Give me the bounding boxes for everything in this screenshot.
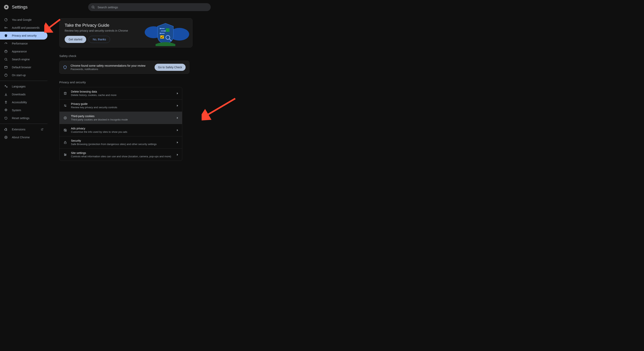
svg-point-10	[6, 51, 6, 51]
chrome-logo-icon	[4, 5, 9, 10]
extension-icon	[4, 127, 8, 131]
shield-icon	[63, 65, 67, 69]
row-subtitle: Controls what information sites can use …	[71, 155, 173, 158]
chevron-right-icon	[177, 92, 178, 94]
sidebar-item-default-browser[interactable]: Default browser	[0, 63, 48, 71]
row-title: Delete browsing data	[71, 90, 173, 93]
sidebar-item-label: Appearance	[12, 50, 27, 53]
sidebar-item-label: Extensions	[12, 128, 25, 131]
svg-point-66	[65, 155, 65, 156]
ads-icon	[63, 128, 68, 132]
search-icon	[4, 57, 8, 61]
row-subtitle: Third-party cookies are blocked in Incog…	[71, 118, 173, 121]
no-thanks-button[interactable]: No, thanks	[88, 36, 110, 43]
translate-icon	[4, 85, 8, 89]
trash-icon	[63, 91, 68, 96]
palette-icon	[4, 50, 8, 54]
sidebar-item-about-chrome[interactable]: About Chrome	[0, 133, 48, 141]
svg-line-26	[42, 128, 43, 129]
sidebar-item-label: Search engine	[12, 58, 30, 61]
sidebar-item-system[interactable]: System	[0, 106, 48, 114]
svg-line-13	[6, 60, 7, 61]
svg-line-1	[94, 8, 94, 8]
privacy-row-ads-privacy[interactable]: Ads privacyCustomise the info used by si…	[60, 124, 182, 136]
google-icon	[4, 18, 8, 22]
privacy-guide-illustration-icon	[142, 20, 189, 46]
chevron-right-icon	[177, 129, 178, 131]
svg-point-37	[160, 33, 161, 34]
svg-point-45	[64, 105, 65, 105]
svg-marker-43	[177, 92, 178, 94]
go-to-safety-check-button[interactable]: Go to Safety Check	[154, 64, 186, 71]
svg-point-9	[5, 51, 6, 52]
sidebar-item-privacy-and-security[interactable]: Privacy and security	[0, 32, 48, 40]
privacy-row-third-party-cookies[interactable]: Third-party cookiesThird-party cookies a…	[60, 112, 182, 124]
chevron-right-icon	[177, 154, 178, 156]
sidebar-item-languages[interactable]: Languages	[0, 83, 48, 90]
sidebar-item-you-and-google[interactable]: You and Google	[0, 16, 48, 24]
search-settings[interactable]	[88, 3, 211, 11]
key-icon	[4, 26, 8, 30]
sidebar-item-on-start-up[interactable]: On start-up	[0, 71, 48, 79]
row-subtitle: Review key privacy and security controls	[71, 106, 173, 109]
row-text: Privacy guideReview key privacy and secu…	[71, 102, 173, 109]
search-input[interactable]	[97, 5, 208, 9]
browser-icon	[4, 65, 8, 69]
sidebar-item-autofill-and-passwords[interactable]: Autofill and passwords	[0, 24, 48, 32]
svg-point-11	[6, 51, 7, 52]
row-text: Ads privacyCustomise the info used by si…	[71, 127, 173, 133]
svg-marker-58	[177, 129, 178, 131]
row-subtitle: Delete history, cookies, cache and more	[71, 94, 173, 97]
safety-line2: Passwords, notifications	[70, 68, 151, 71]
svg-rect-14	[4, 66, 7, 69]
privacy-row-site-settings[interactable]: Site settingsControls what information s…	[60, 149, 182, 161]
sidebar-item-search-engine[interactable]: Search engine	[0, 55, 48, 63]
row-text: Third-party cookiesThird-party cookies a…	[71, 115, 173, 121]
accessibility-icon	[4, 100, 8, 104]
sidebar-item-extensions[interactable]: Extensions	[0, 125, 48, 133]
sidebar-divider	[0, 124, 48, 124]
svg-point-53	[66, 118, 66, 118]
svg-marker-60	[177, 141, 178, 143]
sidebar-item-downloads[interactable]: Downloads	[0, 90, 48, 98]
svg-rect-36	[161, 33, 165, 34]
svg-point-33	[160, 28, 161, 29]
svg-point-47	[66, 106, 66, 106]
sidebar-item-label: Downloads	[12, 93, 26, 96]
privacy-row-security[interactable]: SecuritySafe Browsing (protection from d…	[60, 136, 182, 149]
privacy-row-privacy-guide[interactable]: Privacy guideReview key privacy and secu…	[60, 100, 182, 112]
sliders-icon	[63, 104, 68, 108]
row-text: Delete browsing dataDelete history, cook…	[71, 90, 173, 97]
svg-point-52	[65, 118, 65, 119]
sidebar-item-label: System	[12, 109, 21, 112]
sidebar-item-label: Performance	[12, 42, 28, 45]
sidebar-item-performance[interactable]: Performance	[0, 40, 48, 48]
svg-point-51	[66, 117, 66, 118]
svg-point-27	[4, 136, 7, 139]
cookie-icon	[63, 116, 68, 120]
sidebar-item-label: Reset settings	[12, 117, 30, 120]
privacy-row-delete-browsing-data[interactable]: Delete browsing dataDelete history, cook…	[60, 87, 182, 100]
row-title: Ads privacy	[71, 127, 173, 130]
row-title: Third-party cookies	[71, 115, 173, 118]
sidebar-item-label: Accessibility	[12, 101, 27, 104]
download-icon	[4, 92, 8, 96]
shield-icon	[4, 34, 8, 38]
reset-icon	[4, 116, 8, 120]
get-started-button[interactable]: Get started	[65, 36, 86, 43]
sidebar-item-reset-settings[interactable]: Reset settings	[0, 114, 48, 122]
search-wrap	[88, 3, 211, 11]
privacy-security-list: Delete browsing dataDelete history, cook…	[59, 87, 182, 161]
search-icon	[91, 5, 95, 9]
svg-point-50	[65, 117, 65, 118]
sidebar-item-accessibility[interactable]: Accessibility	[0, 98, 48, 106]
settings-app: Settings You and GoogleAutofill and pass…	[0, 0, 644, 351]
row-title: Site settings	[71, 151, 173, 155]
svg-line-23	[5, 103, 6, 104]
chevron-right-icon	[177, 141, 178, 143]
svg-point-65	[66, 154, 66, 155]
privacy-guide-card: Take the Privacy Guide Review key privac…	[59, 18, 192, 48]
sidebar-item-appearance[interactable]: Appearance	[0, 48, 48, 55]
safety-check-card: Chrome found some safety recommendations…	[59, 61, 189, 74]
sidebar-item-label: Autofill and passwords	[12, 26, 40, 29]
